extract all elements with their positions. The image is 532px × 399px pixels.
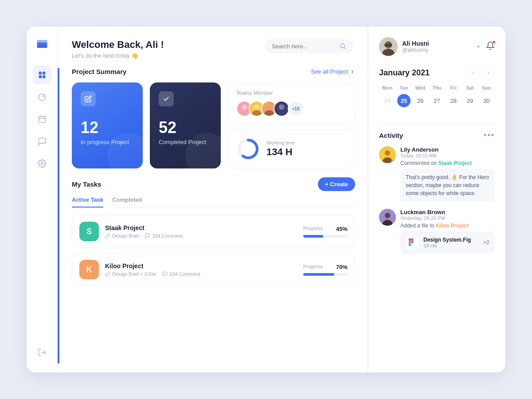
svg-point-17 [239, 110, 249, 117]
calendar-section: January 2021 ‹ › Mon Tue Wed Thu Fri Sat… [379, 66, 495, 107]
status-dot-lily [391, 159, 395, 163]
cal-day-24[interactable]: 24 [381, 94, 394, 107]
task-name-staak: Staak Project [105, 224, 297, 231]
cal-day-28[interactable]: 28 [447, 94, 460, 107]
progress-label-staak: Progress [303, 226, 323, 232]
completed-card[interactable]: 52 Completed Project [150, 82, 221, 168]
activity-time-luckman: Yesterday, 05:25 PM [400, 215, 495, 221]
cal-day-mon: Mon [379, 85, 395, 90]
comment-icon [145, 233, 150, 239]
create-button[interactable]: + Create [318, 177, 355, 191]
activity-content-luckman: Luckman Brown Yesterday, 05:25 PM Added … [400, 209, 495, 254]
project-cards: 12 In progress Project 52 Completed Proj… [72, 82, 355, 168]
svg-rect-8 [39, 116, 45, 122]
calendar-days-header: Mon Tue Wed Thu Fri Sat Sun [379, 85, 495, 90]
svg-point-27 [385, 41, 392, 48]
activity-avatar-luckman [379, 209, 396, 226]
divider [379, 123, 495, 124]
search-bar[interactable] [265, 39, 353, 53]
cal-day-29[interactable]: 29 [463, 94, 477, 107]
tasks-header: My Tasks + Create [72, 177, 355, 191]
calendar-month: January 2021 [379, 68, 430, 78]
right-panel: Ali Husni @alihusniy January 2021 ‹ › [368, 27, 505, 372]
activity-bubble-lily: That's pretty good. 👌 For the Hero secti… [400, 169, 495, 202]
calendar-prev-btn[interactable]: ‹ [467, 66, 480, 79]
svg-point-33 [385, 150, 390, 156]
in-progress-icon [81, 91, 96, 106]
search-icon [339, 43, 346, 50]
welcome-subtitle: Let's do the best today 👋 [72, 52, 164, 59]
svg-rect-0 [37, 43, 47, 45]
svg-rect-41 [411, 241, 414, 243]
svg-rect-4 [42, 72, 45, 75]
svg-rect-3 [39, 72, 42, 75]
tab-active-task[interactable]: Active Task [72, 196, 103, 207]
activity-avatar-lily [379, 146, 396, 163]
activity-section: Activity ••• Lily Anderson Today, 10:15 … [379, 131, 495, 261]
tab-completed[interactable]: Completed [112, 196, 142, 207]
svg-rect-39 [411, 239, 414, 241]
cal-day-25[interactable]: 25 [397, 94, 411, 107]
progress-pct-kiloo: 70% [336, 264, 348, 270]
user-avatar [379, 37, 398, 56]
activity-content-lily: Lily Anderson Today, 10:15 AM Commented … [400, 146, 495, 202]
activity-name-lily: Lily Anderson [400, 146, 495, 153]
svg-point-18 [254, 104, 259, 110]
task-item-staak[interactable]: S Staak Project Design Brief 104 [72, 215, 355, 248]
sidebar-item-settings[interactable] [33, 154, 51, 173]
activity-link-luckman[interactable]: Kiloo Project [436, 223, 469, 229]
comment-icon-2 [162, 271, 168, 277]
svg-point-16 [242, 104, 247, 110]
link-icon [105, 233, 110, 239]
chevron-down-icon[interactable] [475, 43, 481, 50]
cal-day-sun: Sun [478, 85, 495, 90]
cal-day-wed: Wed [412, 85, 429, 90]
search-input[interactable] [272, 43, 336, 50]
working-info: Working time 134 H [266, 140, 295, 158]
check-icon [163, 95, 170, 102]
tasks-section: My Tasks + Create Active Task Completed … [72, 177, 355, 286]
svg-rect-2 [37, 45, 47, 48]
progress-bar-staak [303, 235, 348, 238]
task-item-kiloo[interactable]: K Kiloo Project Design Brief + 3 File [72, 253, 355, 286]
task-name-kiloo: Kiloo Project [105, 262, 297, 270]
calendar-next-btn[interactable]: › [482, 66, 495, 79]
content-header: Welcome Back, Ali ! Let's do the best to… [58, 27, 368, 59]
calendar-days: 24 25 26 27 28 29 30 [379, 94, 495, 107]
working-time-card: Working time 134 H [228, 129, 355, 168]
tasks-title: My Tasks [72, 180, 101, 188]
sidebar-item-dashboard[interactable] [33, 66, 51, 84]
notification-bell[interactable] [486, 41, 495, 52]
see-all-link[interactable]: See all Project [311, 68, 355, 75]
tabs-row: Active Task Completed [72, 196, 355, 208]
file-icon [406, 236, 419, 249]
sidebar-item-logout[interactable] [33, 343, 51, 362]
cal-day-30[interactable]: 30 [480, 94, 493, 107]
svg-point-23 [277, 110, 286, 117]
teams-label: Teams Member [236, 90, 347, 96]
file-info: Design System.Fig 18 mb [423, 237, 479, 248]
user-header-controls [475, 41, 495, 52]
sidebar-item-messages[interactable] [33, 132, 51, 151]
sidebar-item-calendar[interactable] [33, 110, 51, 129]
in-progress-card[interactable]: 12 In progress Project [72, 82, 143, 168]
svg-point-12 [41, 163, 43, 165]
activity-item-lily: Lily Anderson Today, 10:15 AM Commented … [379, 146, 495, 202]
svg-rect-5 [39, 75, 42, 78]
sidebar-item-chart[interactable] [33, 88, 51, 106]
app-logo [35, 37, 49, 53]
activity-link-lily[interactable]: Staak Project [438, 160, 472, 166]
progress-fill-kiloo [303, 273, 334, 276]
activity-desc-lily: Commented on Staak Project [400, 160, 495, 166]
link-icon-2 [105, 271, 110, 277]
cal-day-26[interactable]: 26 [414, 94, 427, 107]
user-name: Ali Husni [402, 40, 471, 47]
user-header: Ali Husni @alihusniy [379, 37, 495, 56]
activity-more-btn[interactable]: ••• [484, 131, 495, 140]
task-info-kiloo: Kiloo Project Design Brief + 3 File 104 … [105, 262, 297, 277]
progress-label-kiloo: Progress [303, 264, 323, 270]
calendar-nav: ‹ › [467, 66, 495, 79]
cal-day-27[interactable]: 27 [430, 94, 443, 107]
user-info: Ali Husni @alihusniy [402, 40, 471, 53]
calendar-header: January 2021 ‹ › [379, 66, 495, 79]
